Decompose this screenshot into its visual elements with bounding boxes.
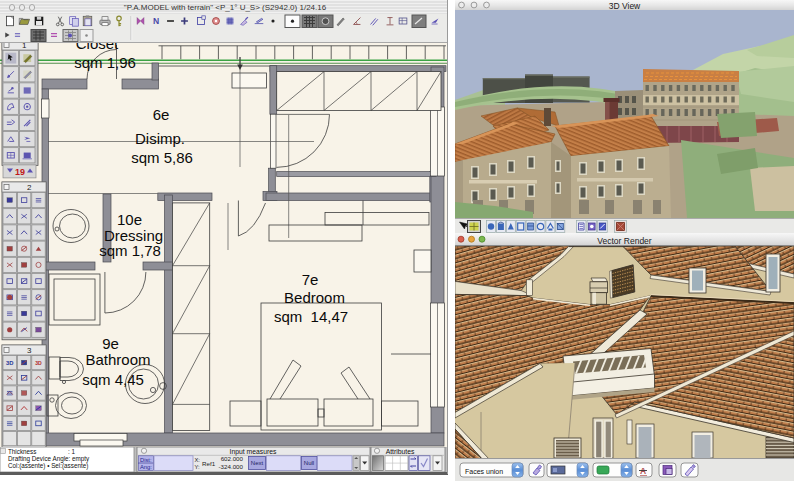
svg-text:7e: 7e bbox=[302, 271, 319, 288]
svg-text:Dressing: Dressing bbox=[104, 227, 163, 244]
svg-text:sqm 1,96: sqm 1,96 bbox=[74, 54, 136, 71]
svg-text:Input measures: Input measures bbox=[230, 448, 277, 456]
svg-text:Bedroom: Bedroom bbox=[284, 289, 345, 306]
svg-text:Attributes: Attributes bbox=[386, 448, 415, 455]
svg-text:9e: 9e bbox=[102, 335, 119, 352]
svg-text:Faces union: Faces union bbox=[465, 468, 503, 475]
svg-text:Next: Next bbox=[251, 460, 264, 466]
svg-text:Ang:: Ang: bbox=[140, 464, 152, 470]
svg-text:A: A bbox=[640, 466, 646, 476]
svg-text:Col:(assente) • Sel:(assente): Col:(assente) • Sel:(assente) bbox=[8, 462, 88, 470]
svg-text:sqm 14,47: sqm 14,47 bbox=[274, 308, 348, 325]
svg-text:X:: X: bbox=[195, 457, 201, 463]
svg-text:3D: 3D bbox=[35, 360, 42, 366]
svg-text:6e: 6e bbox=[153, 106, 170, 123]
svg-text:N: N bbox=[153, 16, 159, 26]
svg-text:2: 2 bbox=[27, 183, 32, 192]
svg-text:602.000: 602.000 bbox=[221, 455, 244, 462]
svg-text:: 1: : 1 bbox=[68, 448, 75, 455]
svg-text:Y:: Y: bbox=[195, 464, 201, 470]
svg-text:10e: 10e bbox=[117, 211, 142, 228]
svg-text:Bathroom: Bathroom bbox=[85, 351, 150, 368]
svg-text:3: 3 bbox=[27, 346, 32, 355]
svg-text:sqm 4,45: sqm 4,45 bbox=[82, 371, 144, 388]
svg-text:19: 19 bbox=[15, 167, 25, 177]
svg-text:-324.000: -324.000 bbox=[219, 463, 244, 470]
svg-text:3D: 3D bbox=[6, 360, 13, 366]
svg-text:Thickness: Thickness bbox=[8, 448, 36, 455]
svg-text:sqm 5,86: sqm 5,86 bbox=[131, 149, 193, 166]
svg-text:Dist:: Dist: bbox=[140, 457, 152, 463]
svg-text:Ref1: Ref1 bbox=[202, 460, 216, 467]
svg-text:sqm 1,78: sqm 1,78 bbox=[99, 242, 161, 259]
svg-text:Closet: Closet bbox=[76, 43, 119, 52]
svg-text:Disimp.: Disimp. bbox=[135, 130, 185, 147]
svg-text:Null: Null bbox=[304, 460, 314, 466]
svg-text:1: 1 bbox=[22, 43, 27, 50]
